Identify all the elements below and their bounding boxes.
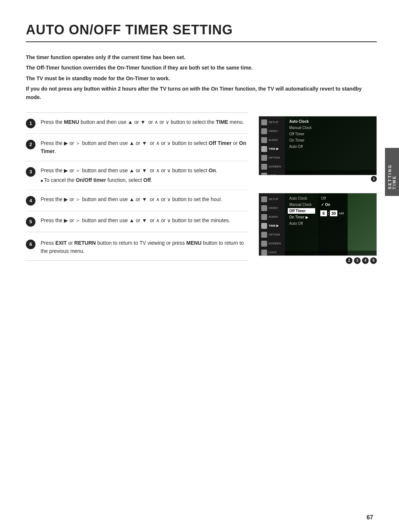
right-item-ontimer-2: On Timer ▶ (288, 214, 315, 220)
time-ampm: AM (339, 211, 344, 215)
menu-item-setup-2: SETUP (259, 195, 285, 204)
right-item-offtimer: Off Timer (288, 131, 374, 137)
right-item-autooff: Auto Off (288, 144, 374, 149)
step-number-5: 5 (26, 217, 35, 227)
step-6: 6 Press EXIT or RETURN button to return … (26, 232, 248, 261)
menu-item-lock: LOCK (259, 171, 285, 175)
menu-item-option: OPTION (259, 153, 285, 162)
main-content: 1 Press the MENU button and then use ▲ o… (26, 112, 377, 264)
circle-num-2: 2 (346, 257, 352, 264)
step-text-4: Press the ▶ or ＞ button and then use ▲ o… (41, 195, 248, 203)
step-text-5: Press the ▶ or ＞ button and then use ▲ o… (41, 216, 248, 224)
step-3: 3 Press the ▶ or ＞ button and then use ▲… (26, 161, 248, 190)
menu-item-lock-2: LOCK (259, 248, 285, 256)
menu-item-screen-2: SCREEN (259, 239, 285, 248)
menu-item-screen: SCREEN (259, 162, 285, 171)
menu-right-panel-2: Auto Clock Manual Clock Off Timer On Tim… (285, 193, 318, 255)
step-number-4: 4 (26, 196, 35, 206)
menu-right-panel-1: Auto Clock Manual Clock Off Timer On Tim… (285, 116, 376, 175)
screenshot-1: SETUP VIDEO AUDIO TIME ▶ OPTION SCREEN L… (259, 116, 377, 175)
menu-left-panel-1: SETUP VIDEO AUDIO TIME ▶ OPTION SCREEN L… (259, 116, 285, 175)
page-number: 67 (366, 514, 373, 521)
menu-item-audio-2: AUDIO (259, 213, 285, 221)
intro-p1: The timer function operates only if the … (26, 53, 377, 61)
right-item-manualclock: Manual Clock (288, 125, 374, 131)
menu-third-panel: Off ✓ On 6 : 30 AM (318, 193, 348, 255)
steps-column: 1 Press the MENU button and then use ▲ o… (26, 112, 248, 264)
step-number-3: 3 (26, 167, 35, 177)
circle-num-5: 5 (370, 257, 377, 264)
step-text-3: Press the ▶ or ＞ button and then use ▲ o… (41, 166, 248, 184)
step-1: 1 Press the MENU button and then use ▲ o… (26, 112, 248, 133)
screenshots-column: SETUP VIDEO AUDIO TIME ▶ OPTION SCREEN L… (259, 112, 377, 264)
menu-item-video: VIDEO (259, 127, 285, 136)
right-item-autooff-2: Auto Off (288, 221, 315, 226)
step-number-1: 1 (26, 119, 35, 128)
screenshot-2-labels: 2 3 4 5 (259, 257, 377, 264)
screenshot-1-label: 1 (259, 176, 377, 182)
intro-p2: The Off-Timer function overrides the On-… (26, 64, 377, 72)
menu-item-setup: SETUP (259, 118, 285, 127)
side-tab: TIME SETTING (385, 148, 399, 196)
step-text-2: Press the ▶ or ＞ button and then use ▲ o… (41, 139, 248, 156)
time-hour-box: 6 (320, 210, 327, 216)
step-4: 4 Press the ▶ or ＞ button and then use ▲… (26, 190, 248, 211)
third-item-on: ✓ On (320, 202, 345, 207)
step-3-note: To cancel the On/Off timer function, sel… (41, 176, 248, 184)
right-item-autoclock-2: Auto Clock (288, 196, 315, 201)
circle-num-1: 1 (371, 176, 377, 182)
menu-item-time: TIME ▶ (259, 145, 285, 153)
time-min-box: 30 (330, 210, 337, 216)
step-number-6: 6 (26, 240, 35, 249)
menu-item-option-2: OPTION (259, 230, 285, 239)
right-item-manualclock-2: Manual Clock (288, 202, 315, 207)
page-container: AUTO ON/OFF TIMER SETTING The timer func… (0, 0, 399, 286)
step-2: 2 Press the ▶ or ＞ button and then use ▲… (26, 133, 248, 161)
intro-section: The timer function operates only if the … (26, 53, 377, 101)
page-title: AUTO ON/OFF TIMER SETTING (26, 22, 377, 42)
menu-item-video-2: VIDEO (259, 204, 285, 213)
menu-item-time-2: TIME ▶ (259, 221, 285, 230)
third-item-off: Off (320, 196, 345, 201)
right-item-autoclock: Auto Clock (288, 119, 374, 124)
step-text-6: Press EXIT or RETURN button to return to… (41, 239, 248, 255)
intro-p4: If you do not press any button within 2 … (26, 85, 377, 101)
right-item-ontimer: On Timer (288, 138, 374, 143)
screenshot-1-wrapper: SETUP VIDEO AUDIO TIME ▶ OPTION SCREEN L… (259, 116, 377, 182)
right-item-offtimer-2: Off Timer (288, 208, 315, 214)
time-colon: : (328, 211, 329, 216)
step-number-2: 2 (26, 140, 35, 149)
screenshot-2-wrapper: SETUP VIDEO AUDIO TIME ▶ OPTION SCREEN L… (259, 193, 377, 264)
time-display: 6 : 30 AM (320, 210, 345, 216)
menu-item-audio: AUDIO (259, 136, 285, 145)
menu-left-panel-2: SETUP VIDEO AUDIO TIME ▶ OPTION SCREEN L… (259, 193, 285, 255)
intro-p3: The TV must be in standby mode for the O… (26, 74, 377, 82)
circle-num-4: 4 (362, 257, 369, 264)
screenshot-2: SETUP VIDEO AUDIO TIME ▶ OPTION SCREEN L… (259, 193, 377, 256)
step-text-1: Press the MENU button and then use ▲ or … (41, 118, 248, 126)
circle-num-3: 3 (354, 257, 361, 264)
step-5: 5 Press the ▶ or ＞ button and then use ▲… (26, 211, 248, 232)
